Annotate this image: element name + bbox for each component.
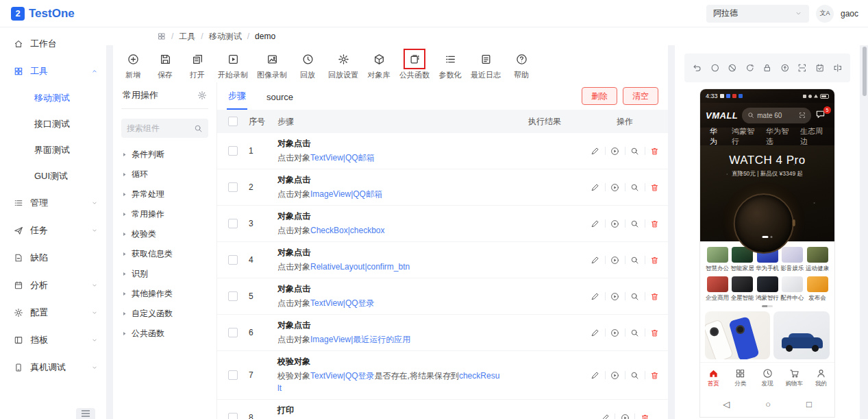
tree-group-public-functions[interactable]: 公共函数 <box>121 324 208 344</box>
category-item[interactable]: 运动健康 <box>806 247 829 273</box>
tree-group-condition[interactable]: 条件判断 <box>121 145 208 165</box>
tree-group-exception[interactable]: 异常处理 <box>121 184 208 204</box>
run-icon[interactable] <box>608 219 623 228</box>
tree-group-loop[interactable]: 循环 <box>121 165 208 184</box>
delete-icon[interactable] <box>647 328 662 337</box>
nav-discover[interactable]: 发现 <box>754 368 780 388</box>
product-card-phones[interactable] <box>705 311 770 359</box>
username[interactable]: gaoc <box>841 9 858 19</box>
sidebar-item-analysis[interactable]: 分析 <box>0 272 106 299</box>
row-checkbox[interactable] <box>228 219 238 228</box>
sidebar-item-config[interactable]: 配置 <box>0 299 106 326</box>
delete-icon[interactable] <box>647 256 662 265</box>
gear-icon[interactable] <box>197 91 207 100</box>
search-icon[interactable] <box>194 124 203 133</box>
row-checkbox[interactable] <box>228 328 238 337</box>
sidebar-item-manage[interactable]: 管理 <box>0 189 106 217</box>
row-checkbox[interactable] <box>228 255 238 265</box>
edit-icon[interactable] <box>597 414 612 419</box>
object-link[interactable]: ImageView|最近运行的应用 <box>310 335 410 344</box>
search-icon[interactable] <box>628 292 643 301</box>
replay-button[interactable]: 回放 <box>296 49 319 80</box>
search-icon[interactable] <box>628 328 643 337</box>
android-recents-icon[interactable]: □ <box>806 399 812 409</box>
clear-button[interactable]: 清空 <box>623 87 658 105</box>
run-icon[interactable] <box>608 147 623 156</box>
refresh-icon[interactable] <box>745 63 755 73</box>
object-library-button[interactable]: 对象库 <box>367 49 390 80</box>
screenshot-icon[interactable] <box>815 63 825 73</box>
sidebar-item-gui-test[interactable]: GUI测试 <box>0 163 106 189</box>
undo-icon[interactable] <box>693 63 702 73</box>
tree-group-get-info[interactable]: 获取信息类 <box>121 244 208 264</box>
nav-home[interactable]: 首页 <box>700 368 727 388</box>
split-screen-icon[interactable] <box>833 63 843 73</box>
search-icon[interactable] <box>628 219 643 228</box>
row-checkbox[interactable] <box>228 146 238 156</box>
edit-icon[interactable] <box>588 328 603 337</box>
phone-tab-select[interactable]: 华为智选 <box>766 126 791 147</box>
tab-source[interactable]: source <box>265 84 295 108</box>
search-icon[interactable] <box>628 147 643 156</box>
delete-icon[interactable] <box>647 292 662 301</box>
parameterize-button[interactable]: 参数化 <box>438 49 462 80</box>
category-item[interactable]: 配件中心 <box>781 276 804 302</box>
sidebar-item-tools[interactable]: 工具 <box>0 58 106 85</box>
lock-icon[interactable] <box>762 63 772 73</box>
breadcrumb-item-tools[interactable]: 工具 <box>179 31 195 43</box>
messages-button[interactable]: 5 <box>815 109 829 121</box>
upload-icon[interactable] <box>780 63 790 73</box>
phone-tab-ecosystem[interactable]: 生态周边 <box>800 126 825 147</box>
scan-icon[interactable] <box>799 112 806 119</box>
delete-button[interactable]: 删除 <box>582 87 617 105</box>
device-screen[interactable]: 4:33 <box>700 89 834 417</box>
sidebar-item-ui-test[interactable]: 界面测试 <box>0 137 106 163</box>
category-item[interactable]: 鸿蒙智行 <box>756 276 779 302</box>
sidebar-item-api-test[interactable]: 接口测试 <box>0 111 106 137</box>
run-icon[interactable] <box>617 414 632 419</box>
android-home-icon[interactable]: ○ <box>765 399 771 409</box>
tree-group-verify[interactable]: 校验类 <box>121 224 208 244</box>
tree-group-recognition[interactable]: 识别 <box>121 264 208 284</box>
edit-icon[interactable] <box>588 292 603 301</box>
start-record-button[interactable]: 开始录制 <box>218 49 248 80</box>
category-item[interactable]: 影音娱乐 <box>781 247 804 273</box>
run-icon[interactable] <box>608 371 623 380</box>
nav-cart[interactable]: 购物车 <box>781 368 808 388</box>
nav-me[interactable]: 我的 <box>808 368 834 388</box>
delete-icon[interactable] <box>647 219 662 228</box>
object-link[interactable]: TextView|QQ邮箱 <box>310 153 375 163</box>
edit-icon[interactable] <box>588 256 603 265</box>
open-button[interactable]: 打开 <box>186 49 209 80</box>
category-item[interactable]: 企业商用 <box>706 276 729 302</box>
phone-tab-huawei[interactable]: 华为 <box>710 126 722 147</box>
sidebar-item-tasks[interactable]: 任务 <box>0 217 106 244</box>
object-link[interactable]: TextView|QQ登录 <box>310 371 375 381</box>
product-card-car[interactable] <box>773 311 830 359</box>
language-switch-button[interactable]: 文A <box>816 5 834 23</box>
edit-icon[interactable] <box>588 219 603 228</box>
page-scrollbar[interactable] <box>863 47 867 96</box>
edit-icon[interactable] <box>588 147 603 156</box>
breadcrumb-item-mobile-test[interactable]: 移动测试 <box>209 31 242 43</box>
sidebar-item-mobile-test[interactable]: 移动测试 <box>0 85 106 111</box>
sidebar-item-real-device-debug[interactable]: 真机调试 <box>0 354 106 381</box>
phone-tab-harmony[interactable]: 鸿蒙智行 <box>732 126 756 147</box>
run-icon[interactable] <box>608 328 623 337</box>
delete-icon[interactable] <box>637 414 652 419</box>
nav-categories[interactable]: 分类 <box>727 368 754 388</box>
search-icon[interactable] <box>628 256 643 265</box>
delete-icon[interactable] <box>647 371 662 380</box>
row-checkbox[interactable] <box>228 182 238 192</box>
tab-steps[interactable]: 步骤 <box>227 82 247 110</box>
component-search-input[interactable] <box>127 123 194 133</box>
scan-icon[interactable] <box>797 63 807 73</box>
tree-group-custom-functions[interactable]: 自定义函数 <box>121 304 208 324</box>
delete-icon[interactable] <box>647 147 662 156</box>
save-button[interactable]: 保存 <box>153 49 177 80</box>
android-back-icon[interactable]: ◁ <box>723 399 730 409</box>
run-icon[interactable] <box>608 256 623 265</box>
search-icon[interactable] <box>628 371 643 380</box>
category-item[interactable]: 发布会 <box>806 276 829 302</box>
run-icon[interactable] <box>608 292 623 301</box>
